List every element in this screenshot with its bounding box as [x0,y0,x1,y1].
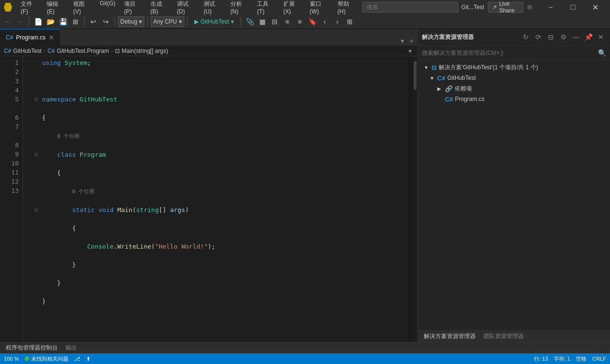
arrow-status[interactable]: ⬆ [86,356,90,362]
panel-title: 解决方案资源管理器 [422,33,521,41]
menu-test[interactable]: 测试(U) [200,0,226,16]
sep3 [114,17,115,26]
back-btn[interactable]: ← [2,16,13,27]
debug-config-label: Debug [120,18,137,25]
minimize-button[interactable]: － [540,0,562,14]
solution-tree: ▼ ⊟ 解决方案'GitHubTest'(1 个项目/共 1 个) ▼ C# G… [418,60,610,330]
team-explorer-tab[interactable]: 团队资源管理器 [482,331,526,341]
scrollbar-thumb[interactable] [414,61,417,90]
dependencies-icon: 🔗 [445,85,453,92]
error-label: 未找到相关问题 [31,355,68,363]
encoding-status[interactable]: CRLF [592,356,606,362]
panel-close-btn[interactable]: ✕ [596,32,606,42]
line-numbers: 1 2 3 4 5 6 7 8 9 10 11 12 13 [0,56,23,342]
dependencies-item[interactable]: ▶ 🔗 依赖项 [418,83,610,94]
live-share-button[interactable]: ↗ Live Share [488,2,523,13]
debug-config-arrow: ▾ [139,18,142,25]
menu-extensions[interactable]: 扩展(X) [280,0,305,16]
save-btn[interactable]: 💾 [57,16,69,27]
tab-close-button[interactable]: ✕ [49,34,54,41]
save-all-btn[interactable]: ⊞ [70,16,81,27]
zoom-label: 100 % [4,356,19,362]
tool1[interactable]: ▦ [256,16,268,27]
breadcrumb-project[interactable]: C# GitHubTest [4,48,42,54]
col-status[interactable]: 字符: 1 [554,355,570,363]
menu-debug[interactable]: 调试(D) [173,0,199,16]
solution-search-icon: 🔍 [598,49,606,57]
solution-search-input[interactable] [422,50,596,56]
tool4[interactable]: ≡ [294,16,305,27]
platform-dropdown[interactable]: Any CPU ▾ [151,16,184,27]
undo-btn[interactable]: ↩ [88,16,99,27]
tool5[interactable]: ‹ [319,16,330,27]
tab-options-btn[interactable]: ▾ [399,36,406,46]
panel-refresh-btn[interactable]: ⟳ [533,32,544,42]
menu-window[interactable]: 窗口(W) [306,0,333,16]
tool3[interactable]: ≡ [281,16,293,27]
error-status[interactable]: 未找到相关问题 [25,355,68,363]
breadcrumb-method[interactable]: ⊡ Main(string[] args) [115,48,168,54]
close-button[interactable]: ✕ [584,0,606,14]
breadcrumb-class[interactable]: C# GitHubTest.Program [48,48,109,54]
menu-file[interactable]: 文件(F) [17,0,42,16]
bookmark-btn[interactable]: 🔖 [306,16,318,27]
solution-explorer-tab[interactable]: 解决方案资源管理器 [422,331,478,341]
menu-tools[interactable]: 工具(T) [253,0,278,16]
attach-btn[interactable]: 📎 [244,16,255,27]
code-editor[interactable]: 1 2 3 4 5 6 7 8 9 10 11 12 13 using Syst… [0,56,418,342]
solution-search: 🔍 [418,46,610,60]
new-file-btn[interactable]: 📄 [32,16,44,27]
indent-status[interactable]: 空格 [576,355,586,363]
zoom-status[interactable]: 100 % [4,356,19,362]
tool2[interactable]: ⊟ [269,16,280,27]
tab-bar: C# Program.cs ✕ ▾ + [0,29,418,46]
output-tab[interactable]: 输出 [64,343,79,353]
tool7[interactable]: ⊞ [344,16,356,27]
panel-settings-btn[interactable]: ⚙ [558,32,569,42]
open-btn[interactable]: 📂 [45,16,56,27]
program-cs-item[interactable]: ▶ C# Program.cs [418,94,610,104]
indent-label: 空格 [576,355,586,363]
panel-sync-btn[interactable]: ↻ [521,32,531,42]
forward-btn[interactable]: → [14,16,26,27]
menu-help[interactable]: 帮助(H) [334,0,360,16]
panel-pin-btn[interactable]: 📌 [583,32,594,42]
platform-arrow: ▾ [179,18,182,25]
solution-root-item[interactable]: ▼ ⊟ 解决方案'GitHubTest'(1 个项目/共 1 个) [418,62,610,73]
solution-icon: ⊟ [432,64,437,71]
panel-collapse-btn[interactable]: ⊟ [546,32,556,42]
tab-add-btn[interactable]: + [408,36,416,46]
menu-build[interactable]: 生成(B) [147,0,172,16]
sep5 [187,17,188,26]
editor-scrollbar[interactable] [413,56,418,342]
platform-label: Any CPU [153,18,177,25]
run-button[interactable]: ▶ GitHubTest ▾ [191,16,238,27]
menu-project[interactable]: 项目(P) [120,0,146,16]
solution-explorer-panel: 解决方案资源管理器 ↻ ⟳ ⊟ ⚙ — 📌 ✕ 🔍 ▼ ⊟ [418,29,610,342]
encoding-label: CRLF [592,356,606,362]
pkg-manager-tab[interactable]: 程序包管理器控制台 [4,343,60,353]
redo-btn[interactable]: ↪ [100,16,112,27]
line-status[interactable]: 行: 13 [534,355,548,363]
breadcrumb-options-btn[interactable]: ▾ [407,46,414,56]
col-label: 字符: 1 [554,355,570,363]
tab-label: Program.cs [16,34,45,41]
menu-git[interactable]: Git(G) [96,0,119,16]
solution-root-label: 解决方案'GitHubTest'(1 个项目/共 1 个) [439,63,538,72]
code-content[interactable]: using System; ⊟ namespace GitHubTest { 0… [23,56,408,342]
breadcrumb-proj-label: GitHubTest [13,48,41,54]
menu-view[interactable]: 视图(V) [69,0,95,16]
breadcrumb-class-icon: C# [48,48,55,54]
debug-config-dropdown[interactable]: Debug ▾ [118,16,144,27]
tool6[interactable]: › [331,16,343,27]
tab-bar-options: ▾ + [397,36,418,46]
title-search-input[interactable] [362,2,458,13]
project-icon: C# [437,75,445,82]
panel-close-area-btn[interactable]: — [571,32,581,42]
program-cs-tab[interactable]: C# Program.cs ✕ [0,29,60,46]
project-item[interactable]: ▼ C# GitHubTest [418,73,610,83]
menu-edit[interactable]: 编辑(E) [43,0,68,16]
maximize-button[interactable]: □ [562,0,584,14]
menu-analyze[interactable]: 分析(N) [227,0,253,16]
git-status[interactable]: ⎇ [74,356,80,362]
